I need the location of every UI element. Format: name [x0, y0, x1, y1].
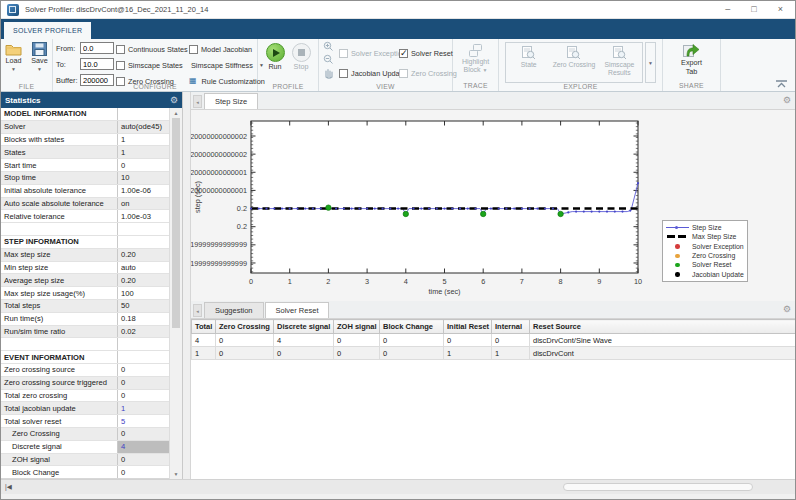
stat-row[interactable]: Auto scale absolute toleranceon — [1, 198, 169, 211]
scroll-down-icon[interactable]: ▼ — [170, 471, 182, 477]
stat-value[interactable]: 5 — [117, 415, 169, 427]
svg-text:0.20000000000002: 0.20000000000002 — [191, 132, 247, 141]
stat-row[interactable]: Max step size0.20 — [1, 249, 169, 262]
horizontal-scrollbar-thumb[interactable] — [563, 483, 753, 491]
view-solver-reset-checkbox[interactable]: Solver Reset — [399, 47, 453, 59]
stat-row[interactable]: Run/sim time ratio0.02 — [1, 326, 169, 339]
column-header[interactable]: Reset Source — [530, 320, 796, 334]
run-icon — [266, 43, 285, 62]
stat-value[interactable]: 4 — [117, 441, 169, 453]
result-explorer-icon — [566, 45, 581, 61]
scroll-to-start-button[interactable]: |◀ — [5, 483, 12, 491]
maximize-button[interactable]: □ — [751, 5, 756, 14]
continuous-states-checkbox[interactable]: Continuous States — [116, 43, 188, 55]
stat-row[interactable]: States1 — [1, 146, 169, 159]
svg-text:step (sec): step (sec) — [193, 181, 202, 213]
explore-group: StateZero CrossingSimscape Results — [505, 42, 643, 83]
stat-row[interactable]: Zero crossing source triggered0 — [1, 377, 169, 390]
toolbar-section-configure: From: To: Buffer: Continuous States Sims… — [53, 39, 258, 91]
svg-text:time (sec): time (sec) — [428, 287, 460, 296]
svg-text:0.2: 0.2 — [237, 222, 247, 231]
stat-row[interactable]: Block Change0 — [1, 466, 169, 479]
table-row[interactable]: 4040000discDrvCont/Sine Wave — [192, 334, 796, 347]
stat-row[interactable]: Max step size usage(%)100 — [1, 287, 169, 300]
column-header[interactable]: Initial Reset — [444, 320, 492, 334]
column-header[interactable]: Discrete signal — [274, 320, 334, 334]
column-header[interactable]: Total — [192, 320, 216, 334]
stat-row[interactable]: Relative tolerance1.00e-03 — [1, 210, 169, 223]
stat-row[interactable]: Initial absolute tolerance1.00e-06 — [1, 185, 169, 198]
stat-row[interactable]: Total jacobian update1 — [1, 402, 169, 415]
stat-row[interactable]: Total steps50 — [1, 300, 169, 313]
stat-row[interactable]: Total zero crossing0 — [1, 390, 169, 403]
column-header[interactable]: Internal — [492, 320, 530, 334]
stat-label: Solver — [1, 122, 117, 131]
section-label-view: VIEW — [319, 83, 452, 90]
svg-text:0.19999999999999: 0.19999999999999 — [191, 240, 247, 249]
export-tab-button[interactable]: Export Tab SHARE — [663, 39, 721, 91]
checkbox-icon — [116, 45, 125, 54]
gear-icon[interactable]: ⚙ — [170, 95, 178, 105]
close-button[interactable]: × — [778, 5, 783, 14]
tab-solver-profiler[interactable]: SOLVER PROFILER — [4, 22, 91, 39]
table-row[interactable]: 1000011discDrvCont — [192, 347, 796, 360]
stat-row[interactable]: Min step sizeauto — [1, 262, 169, 275]
svg-text:10: 10 — [634, 277, 642, 286]
column-header[interactable]: Zero Crossing — [216, 320, 274, 334]
simscape-stiffness-dropdown[interactable]: Simscape Stiffness▼ — [191, 59, 264, 71]
view-zero-crossing-checkbox: Zero Crossing — [399, 67, 457, 79]
collapse-left-icon[interactable]: ◂ — [193, 95, 202, 108]
stat-row[interactable]: Run time(s)0.18 — [1, 313, 169, 326]
minimize-button[interactable]: – — [725, 5, 730, 14]
stat-row[interactable]: Discrete signal4 — [1, 441, 169, 454]
gear-icon[interactable]: ⚙ — [783, 95, 791, 105]
explore-item: Simscape Results — [597, 43, 642, 82]
panel-splitter[interactable] — [183, 92, 191, 479]
tab-suggestion[interactable]: Suggestion — [204, 302, 264, 318]
scrollbar-thumb[interactable] — [172, 118, 180, 328]
collapse-left-icon[interactable]: ◂ — [193, 304, 202, 317]
stat-row[interactable]: Start time0 — [1, 159, 169, 172]
load-dropdown-arrow: ▼ — [11, 66, 16, 72]
tab-solver-reset[interactable]: Solver Reset — [265, 302, 330, 318]
explore-dropdown-button[interactable]: ▼ — [645, 42, 656, 83]
table-cell: discDrvCont — [530, 347, 796, 360]
stat-row[interactable]: Zero crossing source0 — [1, 364, 169, 377]
table-cell: 0 — [444, 334, 492, 347]
simscape-states-checkbox[interactable]: Simscape States — [116, 59, 183, 71]
legend-entry: Jacobian Update — [666, 269, 744, 278]
table-cell: 4 — [192, 334, 216, 347]
bottom-scroll-strip: |◀ — [1, 479, 795, 494]
from-input[interactable] — [80, 42, 114, 54]
tab-step-size[interactable]: Step Size — [204, 93, 258, 109]
to-label: To: — [56, 60, 80, 69]
stat-row[interactable]: Total solver reset5 — [1, 415, 169, 428]
save-dropdown-arrow: ▼ — [37, 66, 42, 72]
stat-row[interactable]: Zero Crossing0 — [1, 428, 169, 441]
stat-label: Start time — [1, 161, 117, 170]
stat-row[interactable]: ZOH signal0 — [1, 454, 169, 467]
model-jacobian-checkbox[interactable]: Model Jacobian — [189, 43, 252, 55]
stat-row[interactable]: Stop time10 — [1, 172, 169, 185]
stat-value[interactable]: 1 — [117, 402, 169, 414]
stat-row[interactable]: Blocks with states1 — [1, 134, 169, 147]
column-header[interactable]: Block Change — [380, 320, 444, 334]
to-input[interactable] — [80, 58, 114, 70]
stat-value: auto — [117, 262, 169, 274]
column-header[interactable]: ZOH signal — [334, 320, 380, 334]
stat-value: 0.20 — [117, 249, 169, 261]
statistics-scrollbar[interactable]: ▲ ▼ — [169, 108, 182, 479]
stat-row[interactable]: Average step size0.20 — [1, 274, 169, 287]
legend-swatch — [666, 261, 689, 269]
statistics-header: Statistics ⚙ — [1, 92, 182, 108]
legend-swatch — [666, 242, 689, 250]
svg-text:8: 8 — [559, 277, 563, 286]
gear-icon[interactable]: ⚙ — [783, 304, 791, 314]
stat-value: 0.02 — [117, 326, 169, 338]
collapse-toolstrip-icon[interactable] — [776, 80, 787, 88]
stat-value: 50 — [117, 300, 169, 312]
scroll-up-icon[interactable]: ▲ — [170, 110, 182, 116]
view-jacobian-update-checkbox[interactable]: Jacobian Update — [339, 67, 406, 79]
stat-label: Max step size — [1, 250, 117, 259]
stat-row[interactable]: Solverauto(ode45) — [1, 121, 169, 134]
